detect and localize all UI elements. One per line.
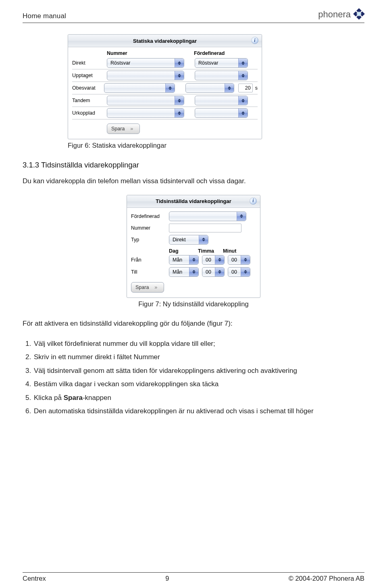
section-heading: 3.1.3 Tidsinställda vidarekopplingar [23, 161, 364, 169]
obesvarat-fordef-dropdown[interactable] [185, 83, 234, 93]
row-tandem: Tandem [72, 94, 258, 107]
chevron-updown-icon [238, 109, 248, 117]
chevron-updown-icon [175, 109, 184, 117]
label: Typ [131, 237, 169, 243]
row-upptaget: Upptaget [72, 69, 258, 82]
label: Nummer [131, 225, 169, 231]
label: Obesvarat [72, 85, 104, 91]
save-label: Spara [111, 126, 125, 132]
chevron-right-icon: » [154, 285, 156, 290]
chevron-updown-icon [238, 59, 248, 67]
page-footer: Centrex 9 © 2004-2007 Phonera AB [23, 572, 364, 582]
col-fordefinerad: Fördefinerad [194, 50, 225, 56]
row-nummer: Nummer [131, 222, 256, 234]
obesvarat-seconds-input[interactable]: 20 [238, 84, 253, 92]
doc-title: Home manual [23, 12, 66, 20]
chevron-updown-icon [199, 235, 208, 244]
seconds-unit: s [255, 85, 258, 91]
col-dag: Dag [169, 248, 198, 254]
row-fordefinerad: Fördefinerad [131, 210, 256, 222]
urkopplad-nummer-dropdown[interactable] [107, 108, 184, 118]
chevron-updown-icon [189, 268, 198, 276]
chevron-updown-icon [241, 255, 250, 264]
chevron-updown-icon [225, 84, 234, 92]
page-number: 9 [165, 575, 169, 582]
from-hour-dropdown[interactable]: 00 [202, 255, 225, 265]
page-header: Home manual phonera [23, 9, 364, 23]
upptaget-nummer-dropdown[interactable] [107, 71, 184, 80]
figure-6-panel: Statiska vidarekopplingar i Nummer Förde… [68, 34, 364, 139]
brand-text: phonera [318, 9, 351, 20]
step-1: Välj vilket fördefinierat nummer du vill… [33, 337, 364, 350]
panel-header: Tidsinställda vidarekopplingar i [127, 195, 260, 208]
row-from: Från Mån 00 00 [131, 254, 256, 266]
chevron-updown-icon [189, 255, 198, 264]
row-typ: Typ Direkt [131, 234, 256, 246]
nummer-input[interactable] [169, 224, 241, 232]
label: Från [131, 257, 169, 263]
time-column-headers: Dag Timma Minut [131, 248, 256, 254]
chevron-updown-icon [175, 59, 184, 67]
row-urkopplad: Urkopplad [72, 107, 258, 119]
footer-right: © 2004-2007 Phonera AB [289, 575, 364, 582]
chevron-updown-icon [237, 212, 246, 221]
col-nummer: Nummer [107, 50, 194, 56]
to-min-dropdown[interactable]: 00 [228, 267, 250, 277]
chevron-updown-icon [241, 268, 250, 276]
figure-7-caption: Figur 7: Ny tidsinställd vidarekoppling [23, 300, 364, 308]
row-to: Till Mån 00 00 [131, 266, 256, 278]
info-icon[interactable]: i [251, 37, 258, 44]
chevron-updown-icon [175, 71, 184, 80]
column-headers: Nummer Fördefinerad [72, 50, 258, 57]
panel-title: Statiska vidarekopplingar [133, 38, 197, 44]
to-hour-dropdown[interactable]: 00 [202, 267, 225, 277]
chevron-updown-icon [175, 96, 184, 105]
steps-list: Välj vilket fördefinierat nummer du vill… [23, 337, 364, 418]
panel-title: Tidsinställda vidarekopplingar [156, 198, 231, 204]
chevron-updown-icon [238, 71, 248, 80]
label: Upptaget [72, 73, 107, 78]
to-day-dropdown[interactable]: Mån [169, 267, 199, 277]
save-button[interactable]: Spara » [131, 282, 164, 293]
obesvarat-nummer-dropdown[interactable] [104, 83, 175, 93]
label: Direkt [72, 60, 107, 66]
tandem-fordef-dropdown[interactable] [195, 96, 248, 105]
upptaget-fordef-dropdown[interactable] [195, 71, 248, 80]
panel-header: Statiska vidarekopplingar i [68, 35, 262, 47]
static-forward-panel: Statiska vidarekopplingar i Nummer Förde… [68, 34, 262, 139]
activate-intro: För att aktivera en tidsinställd vidarek… [23, 319, 313, 329]
label: Fördefinerad [131, 213, 169, 219]
typ-dropdown[interactable]: Direkt [169, 235, 208, 245]
label: Urkopplad [72, 110, 107, 116]
chevron-updown-icon [215, 255, 224, 264]
figure-6-caption: Figur 6: Statiska vidarekopplingar [68, 142, 364, 149]
step-2: Skriv in ett nummer direkt i fältet Numm… [33, 351, 364, 363]
save-button[interactable]: Spara » [107, 123, 140, 134]
label: Tandem [72, 98, 107, 103]
save-label: Spara [135, 285, 149, 290]
footer-left: Centrex [23, 575, 46, 582]
tandem-nummer-dropdown[interactable] [107, 96, 184, 105]
chevron-updown-icon [165, 84, 175, 92]
brand-logo-icon [353, 9, 364, 20]
col-minut: Minut [223, 248, 236, 254]
timed-forward-panel: Tidsinställda vidarekopplingar i Fördefi… [127, 195, 260, 298]
direkt-fordef-dropdown[interactable]: Röstsvar [195, 58, 248, 68]
label: Till [131, 269, 169, 275]
fordefinerad-dropdown[interactable] [169, 211, 246, 221]
direkt-nummer-dropdown[interactable]: Röstsvar [107, 58, 184, 68]
section-intro: Du kan vidarekoppla din telefon mellan v… [23, 177, 313, 186]
from-day-dropdown[interactable]: Mån [169, 255, 199, 265]
urkopplad-fordef-dropdown[interactable] [195, 108, 248, 118]
step-5: Klicka på Spara-knappen [33, 391, 364, 404]
figure-7-panel: Tidsinställda vidarekopplingar i Fördefi… [23, 195, 364, 298]
info-icon[interactable]: i [250, 197, 257, 205]
row-direkt: Direkt Röstsvar Röstsvar [72, 57, 258, 69]
chevron-right-icon: » [130, 126, 132, 132]
step-4: Bestäm vilka dagar i veckan som vidareko… [33, 378, 364, 390]
from-min-dropdown[interactable]: 00 [228, 255, 250, 265]
step-3: Välj tidsintervall genom att sätta tiden… [33, 364, 364, 377]
chevron-updown-icon [238, 96, 248, 105]
col-timma: Timma [198, 248, 223, 254]
brand: phonera [318, 9, 364, 20]
